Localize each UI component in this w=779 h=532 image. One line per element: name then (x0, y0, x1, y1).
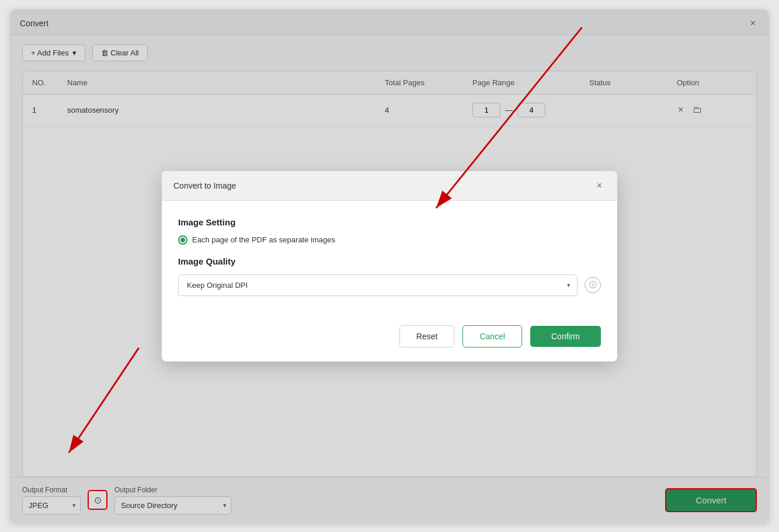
radio-option-separate-images[interactable]: Each page of the PDF as separate images (178, 235, 601, 245)
modal-close-button[interactable]: × (593, 179, 606, 192)
convert-to-image-modal: Convert to Image × Image Setting Each pa… (162, 171, 617, 361)
modal-header: Convert to Image × (162, 171, 617, 201)
main-window: Convert × + Add Files ▾ 🗑 Clear All NO. … (10, 9, 769, 523)
modal-overlay: Convert to Image × Image Setting Each pa… (11, 10, 768, 523)
info-icon-button[interactable]: ⓘ (585, 277, 601, 293)
confirm-button[interactable]: Confirm (530, 326, 601, 347)
image-quality-title: Image Quality (178, 256, 601, 266)
radio-button-icon (178, 235, 187, 245)
image-setting-title: Image Setting (178, 217, 601, 227)
quality-row: Keep Original DPI 72 DPI 96 DPI 150 DPI … (178, 274, 601, 296)
modal-body: Image Setting Each page of the PDF as se… (162, 201, 617, 325)
reset-button[interactable]: Reset (399, 325, 455, 347)
cancel-button[interactable]: Cancel (462, 325, 522, 347)
radio-option-label: Each page of the PDF as separate images (192, 235, 335, 244)
radio-selected-indicator (180, 238, 185, 242)
quality-select[interactable]: Keep Original DPI 72 DPI 96 DPI 150 DPI … (178, 274, 578, 296)
modal-title: Convert to Image (173, 181, 236, 190)
info-icon: ⓘ (589, 280, 597, 290)
modal-footer: Reset Cancel Confirm (162, 325, 617, 361)
